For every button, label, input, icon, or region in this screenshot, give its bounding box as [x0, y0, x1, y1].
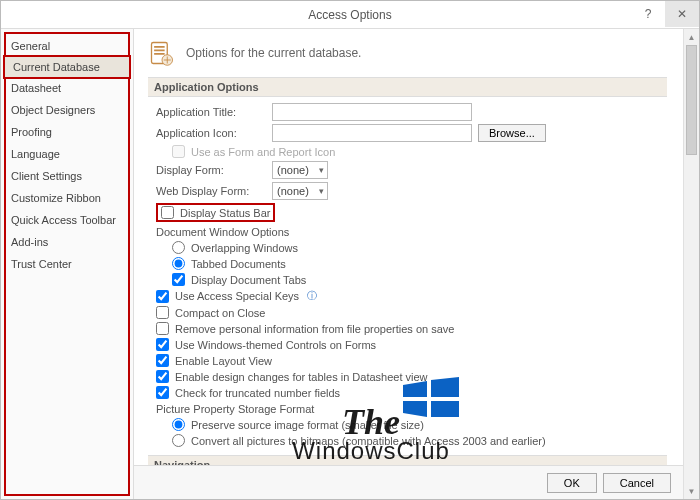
select-web-display-form[interactable]: (none)	[272, 182, 328, 200]
subhead-doc-window: Document Window Options	[156, 226, 667, 238]
main-content: Options for the current database. Applic…	[134, 29, 683, 465]
sidebar-item-customize-ribbon[interactable]: Customize Ribbon	[1, 187, 133, 209]
checkbox-layout-view[interactable]: Enable Layout View	[156, 354, 272, 367]
scroll-thumb[interactable]	[686, 45, 697, 155]
checkbox-design-changes[interactable]: Enable design changes for tables in Data…	[156, 370, 428, 383]
svg-rect-3	[154, 53, 165, 55]
checkbox-windows-themed[interactable]: Use Windows-themed Controls on Forms	[156, 338, 376, 351]
radio-convert-all[interactable]: Convert all pictures to bitmaps (compati…	[172, 434, 546, 447]
page-header: Options for the current database.	[148, 39, 667, 67]
close-icon[interactable]: ✕	[665, 1, 699, 27]
main-area: Options for the current database. Applic…	[134, 29, 699, 499]
page-description: Options for the current database.	[186, 46, 361, 60]
scroll-track[interactable]	[684, 45, 699, 483]
radio-overlapping[interactable]: Overlapping Windows	[172, 241, 298, 254]
options-dialog: Access Options ? ✕ General Current Datab…	[0, 0, 700, 500]
checkbox-special-keys[interactable]: Use Access Special Keysⓘ	[156, 289, 317, 303]
sidebar-item-datasheet[interactable]: Datasheet	[1, 77, 133, 99]
scroll-down-icon[interactable]: ▼	[684, 483, 699, 499]
ok-button[interactable]: OK	[547, 473, 597, 493]
input-app-title[interactable]	[272, 103, 472, 121]
browse-button[interactable]: Browse...	[478, 124, 546, 142]
select-display-form[interactable]: (none)	[272, 161, 328, 179]
highlight-status-bar: Display Status Bar	[156, 203, 275, 222]
window-title: Access Options	[308, 8, 391, 22]
sidebar-item-proofing[interactable]: Proofing	[1, 121, 133, 143]
section-navigation: Navigation	[148, 455, 667, 465]
vertical-scrollbar[interactable]: ▲ ▼	[683, 29, 699, 499]
database-options-icon	[148, 39, 176, 67]
section-application-options: Application Options	[148, 77, 667, 97]
info-icon[interactable]: ⓘ	[307, 289, 317, 303]
checkbox-display-status-bar[interactable]: Display Status Bar	[161, 206, 270, 219]
radio-preserve-source[interactable]: Preserve source image format (smaller fi…	[172, 418, 424, 431]
checkbox-compact[interactable]: Compact on Close	[156, 306, 266, 319]
svg-rect-1	[154, 46, 165, 48]
sidebar-item-client-settings[interactable]: Client Settings	[1, 165, 133, 187]
cancel-button[interactable]: Cancel	[603, 473, 671, 493]
help-icon[interactable]: ?	[631, 1, 665, 27]
input-app-icon[interactable]	[272, 124, 472, 142]
label-app-title: Application Title:	[156, 106, 266, 118]
svg-rect-2	[154, 50, 165, 52]
radio-tabbed[interactable]: Tabbed Documents	[172, 257, 286, 270]
sidebar-item-current-database[interactable]: Current Database	[3, 55, 131, 79]
label-app-icon: Application Icon:	[156, 127, 266, 139]
dialog-footer: OK Cancel	[134, 465, 683, 499]
sidebar-item-addins[interactable]: Add-ins	[1, 231, 133, 253]
main-panel: Options for the current database. Applic…	[134, 29, 683, 499]
dialog-body: General Current Database Datasheet Objec…	[1, 29, 699, 499]
scroll-up-icon[interactable]: ▲	[684, 29, 699, 45]
window-controls: ? ✕	[631, 1, 699, 27]
checkbox-remove-personal[interactable]: Remove personal information from file pr…	[156, 322, 454, 335]
label-display-form: Display Form:	[156, 164, 266, 176]
titlebar: Access Options ? ✕	[1, 1, 699, 29]
sidebar-item-general[interactable]: General	[1, 35, 133, 57]
checkbox-truncated[interactable]: Check for truncated number fields	[156, 386, 340, 399]
sidebar-item-language[interactable]: Language	[1, 143, 133, 165]
checkbox-display-tabs[interactable]: Display Document Tabs	[172, 273, 306, 286]
sidebar-item-trust-center[interactable]: Trust Center	[1, 253, 133, 275]
sidebar-item-object-designers[interactable]: Object Designers	[1, 99, 133, 121]
checkbox-use-as-icon: Use as Form and Report Icon	[172, 145, 335, 158]
category-sidebar: General Current Database Datasheet Objec…	[1, 29, 134, 499]
label-web-display-form: Web Display Form:	[156, 185, 266, 197]
sidebar-item-quick-access-toolbar[interactable]: Quick Access Toolbar	[1, 209, 133, 231]
subhead-pic-storage: Picture Property Storage Format	[156, 403, 667, 415]
